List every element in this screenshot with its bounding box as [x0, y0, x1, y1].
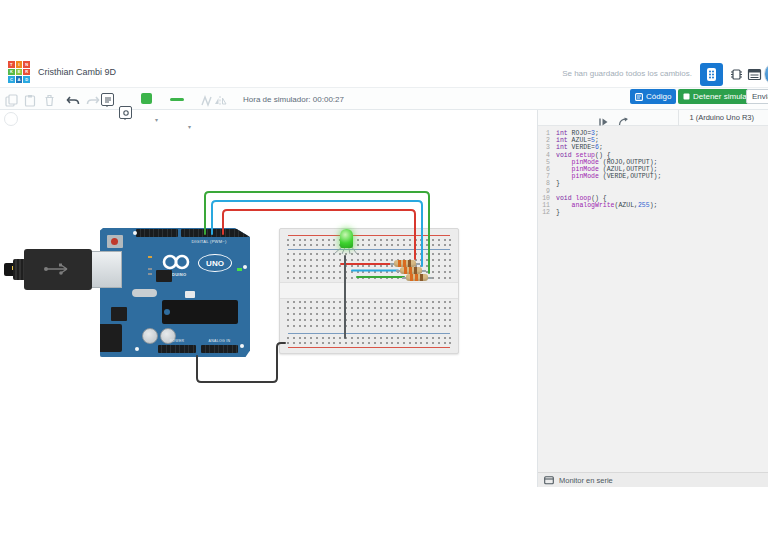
line-text: int VERDE=6;: [556, 144, 603, 151]
zoom-to-fit-button[interactable]: [4, 112, 18, 126]
code-line[interactable]: 4void setup() {: [538, 152, 768, 159]
undo-button[interactable]: [66, 93, 80, 111]
serial-monitor-icon: [544, 476, 554, 485]
export-code-button[interactable]: [618, 113, 630, 131]
line-number: 4: [538, 152, 550, 159]
breadboard-holes[interactable]: [287, 265, 451, 267]
label-tool-button[interactable]: [101, 93, 114, 106]
digital-pin-header-right[interactable]: [181, 229, 249, 237]
analog-pin-header[interactable]: [201, 345, 238, 353]
resistor-green-channel[interactable]: [406, 274, 428, 281]
copy-button[interactable]: [5, 93, 18, 111]
breadboard-rail-holes[interactable]: [287, 244, 451, 246]
code-panel-icon: [635, 93, 643, 101]
power-pin-header[interactable]: [158, 345, 196, 353]
paste-button[interactable]: [24, 93, 36, 111]
line-text: int ROJO=3;: [556, 130, 599, 137]
wire-style-picker[interactable]: [170, 98, 184, 101]
resistor-blue-channel[interactable]: [400, 267, 422, 274]
code-line[interactable]: 12}: [538, 209, 768, 216]
flip-button[interactable]: [214, 93, 228, 111]
debugger-button[interactable]: [598, 113, 609, 131]
line-number: 7: [538, 173, 550, 180]
code-line[interactable]: 9: [538, 188, 768, 195]
power-jack: [91, 324, 122, 352]
breadboard-holes[interactable]: [287, 307, 451, 309]
board-selector-dropdown[interactable]: 1 (Arduino Uno R3): [678, 110, 764, 126]
logo-cell: I: [16, 61, 23, 68]
digital-pin-header-left[interactable]: [136, 229, 178, 237]
code-line[interactable]: 7 pinMode (VERDE,OUTPUT);: [538, 173, 768, 180]
code-line[interactable]: 3int VERDE=6;: [538, 144, 768, 151]
component-icon: [705, 67, 718, 82]
breadboard-center-channel: [280, 282, 458, 299]
breadboard[interactable]: [279, 228, 459, 354]
usb-trident-icon: [43, 261, 73, 277]
code-button[interactable]: Código: [630, 89, 676, 104]
panel-icon: [747, 68, 762, 81]
code-line[interactable]: 1int ROJO=3;: [538, 130, 768, 137]
code-line[interactable]: 6 pinMode (AZUL,OUTPUT);: [538, 166, 768, 173]
power-label: POWER: [158, 339, 196, 343]
code-line[interactable]: 10void loop() {: [538, 195, 768, 202]
line-text: int AZUL=5;: [556, 137, 599, 144]
delete-button[interactable]: [44, 93, 55, 111]
code-line[interactable]: 5 pinMode (ROJO,OUTPUT);: [538, 159, 768, 166]
code-line[interactable]: 2int AZUL=5;: [538, 137, 768, 144]
breadboard-holes[interactable]: [287, 325, 451, 327]
code-editor[interactable]: 1int ROJO=3;2int AZUL=5;3int VERDE=6;4vo…: [538, 130, 768, 471]
logo-cell: R: [23, 69, 30, 76]
breadboard-positive-rail-line: [288, 235, 450, 236]
document-title[interactable]: Cristhian Cambi 9D: [38, 67, 116, 77]
tinkercad-logo[interactable]: TINKERCAD: [8, 61, 30, 83]
line-text: pinMode (AZUL,OUTPUT);: [556, 166, 657, 173]
serial-monitor-bar[interactable]: Monitor en serie: [538, 472, 768, 487]
mounting-hole: [243, 265, 247, 269]
send-button[interactable]: Enviar: [746, 89, 768, 104]
line-number: 1: [538, 130, 550, 137]
line-text: void loop() {: [556, 195, 607, 202]
simulator-time-label: Hora de simulador: 00:00:27: [243, 95, 344, 104]
logo-cell: E: [16, 69, 23, 76]
breadboard-rail-holes[interactable]: [287, 337, 451, 339]
line-text: }: [556, 180, 560, 187]
breadboard-holes[interactable]: [287, 253, 451, 255]
resistor-red-channel[interactable]: [394, 260, 416, 267]
tx-led: [148, 268, 152, 270]
line-number: 12: [538, 209, 550, 216]
line-number: 3: [538, 144, 550, 151]
voltage-regulator: [156, 270, 172, 282]
reset-button[interactable]: [107, 235, 123, 248]
chip-icon: [729, 67, 744, 82]
panel-view-button[interactable]: [743, 63, 766, 86]
breadboard-holes[interactable]: [287, 301, 451, 303]
breadboard-rail-holes[interactable]: [287, 239, 451, 241]
rotate-button[interactable]: [200, 93, 213, 111]
color-picker[interactable]: [141, 93, 152, 104]
breadboard-holes[interactable]: [287, 259, 451, 261]
capacitor: [142, 328, 158, 344]
arduino-uno-board[interactable]: DIGITAL (PWM~) ARDUINO UNO POWER ANALOG …: [100, 228, 250, 357]
line-number: 9: [538, 188, 550, 195]
components-panel-button[interactable]: [700, 63, 723, 86]
breadboard-rail-holes[interactable]: [287, 342, 451, 344]
breadboard-holes[interactable]: [287, 319, 451, 321]
usb-plug[interactable]: [24, 249, 92, 290]
logo-cell: N: [23, 61, 30, 68]
rgb-led[interactable]: [340, 229, 353, 248]
line-text: }: [556, 209, 560, 216]
annotation-tool-button[interactable]: [119, 106, 132, 119]
tinkercad-app: TINKERCAD Cristhian Cambi 9D Se han guar…: [0, 0, 768, 544]
atmega-chip: [162, 300, 238, 324]
smd-component: [185, 291, 195, 298]
redo-button[interactable]: [86, 93, 100, 111]
breadboard-holes[interactable]: [287, 271, 451, 273]
breadboard-holes[interactable]: [287, 313, 451, 315]
analog-label: ANALOG IN: [201, 339, 238, 343]
usb-port: [90, 251, 122, 288]
code-line[interactable]: 11 analogWrite(AZUL,255);: [538, 202, 768, 209]
main-toolbar: ▾ ▾ Hora de simulador: 00:00:27 Código D…: [0, 87, 768, 110]
logo-cell: A: [16, 76, 23, 83]
code-line[interactable]: 8}: [538, 180, 768, 187]
uno-model-label: UNO: [198, 254, 232, 272]
